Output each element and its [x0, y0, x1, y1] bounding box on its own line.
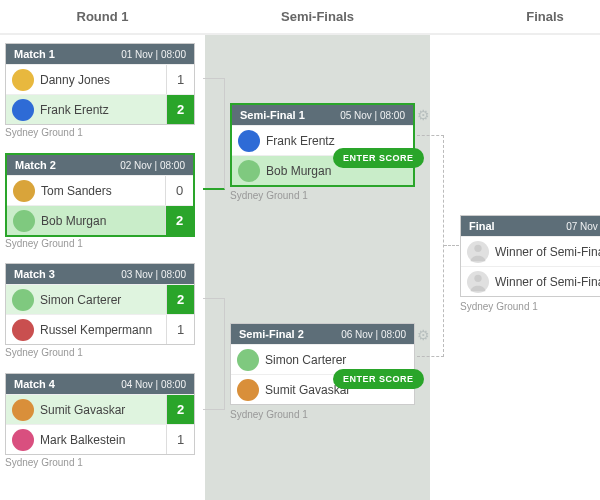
avatar — [13, 210, 35, 232]
avatar — [238, 130, 260, 152]
player-row[interactable]: Winner of Semi-Fina... — [461, 236, 600, 266]
match-header: Semi-Final 206 Nov | 08:00 — [231, 324, 414, 344]
avatar — [12, 429, 34, 451]
enter-score-button[interactable]: ENTER SCORE — [333, 369, 424, 389]
score: 2 — [166, 285, 194, 314]
avatar — [12, 99, 34, 121]
score: 1 — [166, 315, 194, 344]
venue-label: Sydney Ground 1 — [230, 409, 308, 420]
match-2[interactable]: Match 202 Nov | 08:00 Tom Sanders 0 Bob … — [5, 153, 195, 237]
score: 2 — [165, 206, 193, 235]
player-row[interactable]: Danny Jones 1 — [6, 64, 194, 94]
match-header: Final07 Nov | 08:00 — [461, 216, 600, 236]
avatar — [12, 399, 34, 421]
bracket-connector — [417, 135, 444, 357]
score: 0 — [165, 176, 193, 205]
gear-icon[interactable]: ⚙ — [417, 107, 430, 123]
avatar — [12, 69, 34, 91]
match-header: Match 303 Nov | 08:00 — [6, 264, 194, 284]
semifinal-2[interactable]: Semi-Final 206 Nov | 08:00 Simon Cartere… — [230, 323, 415, 405]
svg-point-0 — [474, 244, 481, 251]
avatar — [238, 160, 260, 182]
bracket-connector — [203, 78, 225, 190]
match-header: Semi-Final 105 Nov | 08:00 — [232, 105, 413, 125]
score: 1 — [166, 65, 194, 94]
player-row[interactable]: Frank Erentz 2 — [6, 94, 194, 124]
avatar — [12, 289, 34, 311]
score: 2 — [166, 95, 194, 124]
finals-header: Finals — [430, 0, 600, 35]
match-header: Match 101 Nov | 08:00 — [6, 44, 194, 64]
avatar — [237, 379, 259, 401]
match-4[interactable]: Match 404 Nov | 08:00 Sumit Gavaskar 2 M… — [5, 373, 195, 455]
player-row[interactable]: Tom Sanders 0 — [7, 175, 193, 205]
player-row[interactable]: Russel Kempermann 1 — [6, 314, 194, 344]
semifinals-header: Semi-Finals — [205, 0, 430, 35]
venue-label: Sydney Ground 1 — [230, 190, 308, 201]
bracket-connector — [444, 245, 459, 246]
player-row[interactable]: Simon Carterer 2 — [6, 284, 194, 314]
match-3[interactable]: Match 303 Nov | 08:00 Simon Carterer 2 R… — [5, 263, 195, 345]
avatar — [12, 319, 34, 341]
svg-point-1 — [474, 274, 481, 281]
enter-score-button[interactable]: ENTER SCORE — [333, 148, 424, 168]
avatar — [237, 349, 259, 371]
player-row[interactable]: Sumit Gavaskar 2 — [6, 394, 194, 424]
score: 2 — [166, 395, 194, 424]
venue-label: Sydney Ground 1 — [460, 301, 538, 312]
match-header: Match 202 Nov | 08:00 — [7, 155, 193, 175]
player-row[interactable]: Bob Murgan 2 — [7, 205, 193, 235]
score: 1 — [166, 425, 194, 454]
match-1[interactable]: Match 101 Nov | 08:00 Danny Jones 1 Fran… — [5, 43, 195, 125]
semifinal-1[interactable]: Semi-Final 105 Nov | 08:00 Frank Erentz … — [230, 103, 415, 187]
venue-label: Sydney Ground 1 — [5, 238, 83, 249]
venue-label: Sydney Ground 1 — [5, 347, 83, 358]
avatar — [13, 180, 35, 202]
person-icon — [467, 271, 489, 293]
round1-header: Round 1 — [0, 0, 205, 35]
venue-label: Sydney Ground 1 — [5, 127, 83, 138]
final-match[interactable]: Final07 Nov | 08:00 Winner of Semi-Fina.… — [460, 215, 600, 297]
venue-label: Sydney Ground 1 — [5, 457, 83, 468]
player-row[interactable]: Winner of Semi-Fina... — [461, 266, 600, 296]
avatar-placeholder — [467, 241, 489, 263]
person-icon — [467, 241, 489, 263]
avatar-placeholder — [467, 271, 489, 293]
player-row[interactable]: Mark Balkestein 1 — [6, 424, 194, 454]
bracket-connector — [203, 298, 225, 410]
match-header: Match 404 Nov | 08:00 — [6, 374, 194, 394]
